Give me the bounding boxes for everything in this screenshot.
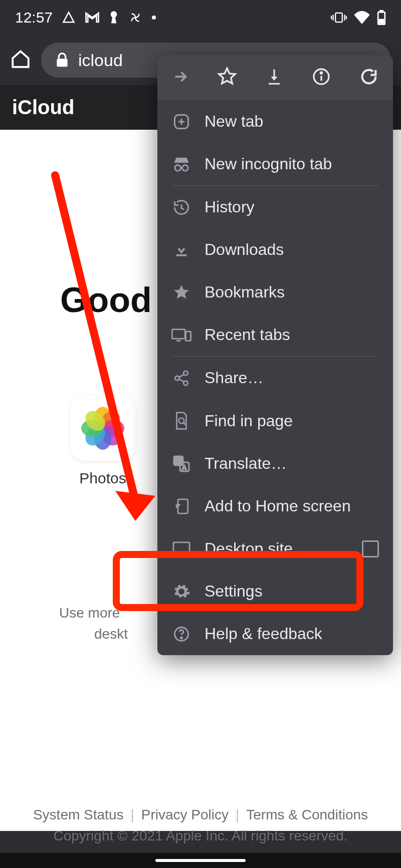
bookmark-star-icon: [171, 283, 191, 302]
menu-item-label: Find in page: [205, 412, 293, 430]
monitor-icon: [171, 540, 191, 557]
wifi-icon: [354, 11, 370, 24]
help-icon: [171, 625, 191, 643]
page-title: iCloud: [12, 96, 74, 118]
hint-text-wrap: Use more deskt: [59, 600, 128, 642]
app-label: Photos: [79, 470, 126, 487]
svg-text:A: A: [182, 464, 186, 471]
overflow-menu: New tab New incognito tab History Downlo…: [157, 55, 393, 655]
devices-icon: [171, 328, 191, 343]
url-text: icloud: [78, 51, 123, 70]
menu-translate[interactable]: 文A Translate…: [157, 442, 393, 485]
menu-item-label: Bookmarks: [205, 283, 285, 302]
translate-icon: 文A: [171, 455, 191, 473]
vibrate-icon: [331, 12, 347, 24]
reload-icon[interactable]: [354, 62, 384, 94]
svg-point-15: [175, 376, 179, 380]
menu-share[interactable]: Share…: [157, 357, 393, 399]
menu-item-label: History: [205, 198, 255, 216]
menu-find-in-page[interactable]: Find in page: [157, 399, 393, 442]
menu-history[interactable]: History: [157, 186, 393, 228]
gmail-icon: [85, 12, 100, 24]
menu-item-label: Recent tabs: [205, 326, 290, 344]
battery-icon: [377, 10, 386, 25]
menu-new-tab[interactable]: New tab: [157, 100, 393, 143]
app-photos[interactable]: Photos: [60, 396, 145, 487]
menu-item-label: Settings: [205, 582, 263, 601]
plus-square-icon: [171, 113, 191, 131]
menu-item-label: Downloads: [205, 240, 284, 259]
share-icon: [171, 370, 191, 387]
menu-add-to-home[interactable]: Add to Home screen: [157, 485, 393, 527]
home-button[interactable]: [10, 49, 31, 72]
triangle-alert-icon: [62, 11, 76, 25]
keyhole-icon: [109, 11, 119, 25]
dot-icon: [152, 16, 156, 20]
menu-recent-tabs[interactable]: Recent tabs: [157, 314, 393, 356]
menu-item-label: Help & feedback: [205, 625, 322, 643]
svg-point-16: [183, 381, 188, 385]
star-icon[interactable]: [212, 62, 242, 94]
gear-icon: [171, 583, 191, 601]
svg-point-17: [179, 418, 184, 424]
forward-icon[interactable]: [166, 63, 194, 93]
menu-item-label: Translate…: [205, 454, 287, 473]
menu-item-label: Share…: [205, 369, 263, 387]
svg-rect-13: [186, 331, 191, 341]
nav-pill[interactable]: [155, 859, 246, 862]
menu-item-label: New tab: [205, 112, 263, 131]
menu-help[interactable]: Help & feedback: [157, 613, 393, 655]
footer-link-status[interactable]: System Status: [33, 807, 124, 823]
menu-item-label: Add to Home screen: [205, 497, 351, 515]
svg-rect-3: [380, 10, 382, 12]
menu-incognito[interactable]: New incognito tab: [157, 143, 393, 185]
menu-item-label: New incognito tab: [205, 155, 332, 173]
info-icon[interactable]: [306, 62, 336, 94]
download-icon[interactable]: [260, 62, 289, 93]
menu-settings[interactable]: Settings: [157, 570, 393, 613]
svg-point-11: [182, 165, 188, 171]
status-time: 12:57: [15, 9, 53, 26]
svg-rect-22: [178, 499, 188, 513]
menu-bookmarks[interactable]: Bookmarks: [157, 271, 393, 314]
svg-point-14: [183, 371, 188, 375]
footer-copyright: Copyright © 2021 Apple Inc. All rights r…: [0, 828, 401, 844]
svg-rect-5: [57, 59, 67, 67]
desktop-site-checkbox[interactable]: [362, 540, 379, 557]
menu-desktop-site[interactable]: Desktop site: [157, 527, 393, 570]
incognito-icon: [171, 156, 191, 173]
menu-downloads[interactable]: Downloads: [157, 228, 393, 271]
add-home-icon: [171, 498, 191, 515]
svg-rect-1: [335, 13, 342, 22]
footer-link-privacy[interactable]: Privacy Policy: [141, 807, 229, 823]
footer-link-terms[interactable]: Terms & Conditions: [246, 807, 368, 823]
android-nav-bar: [0, 853, 401, 868]
pinwheel-icon: [128, 10, 143, 25]
svg-text:文: 文: [176, 457, 182, 464]
downloads-icon: [171, 241, 191, 259]
find-in-page-icon: [171, 411, 191, 430]
footer: System Status | Privacy Policy | Terms &…: [0, 807, 401, 844]
svg-rect-23: [173, 542, 189, 552]
menu-item-label: Desktop site: [205, 539, 293, 558]
svg-point-10: [175, 165, 181, 171]
menu-icon-row: [157, 55, 393, 100]
svg-rect-4: [379, 20, 383, 23]
photos-icon: [70, 396, 135, 461]
svg-point-8: [320, 72, 322, 74]
svg-point-25: [181, 637, 182, 639]
status-bar: 12:57: [0, 0, 401, 35]
history-icon: [171, 198, 191, 216]
apps-row: Photos: [60, 396, 145, 487]
lock-icon: [55, 52, 69, 68]
svg-rect-12: [172, 329, 185, 339]
